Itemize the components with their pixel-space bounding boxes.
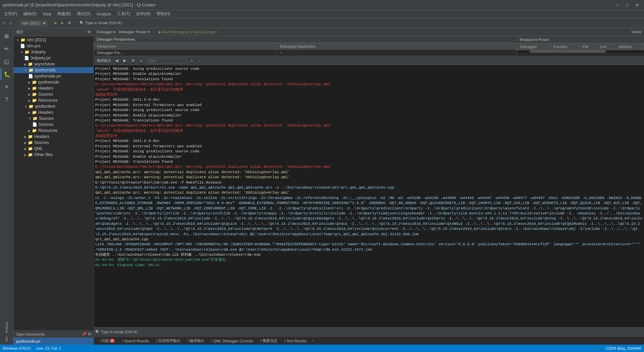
tree-item-asyncfuture[interactable]: ▶ 📁 asyncfuture — [13, 61, 94, 67]
toolbar-run[interactable]: ▶ — [53, 20, 58, 26]
sidebar-settings-icon[interactable]: ⚙ — [88, 30, 91, 34]
bp-scrollbar[interactable] — [517, 50, 644, 53]
tab-search-results[interactable]: 2Search Results — [118, 338, 152, 344]
minimize-button[interactable]: ─ — [614, 2, 621, 8]
tree-item-pyotherside[interactable]: ▼ 📁 pyotherside — [13, 67, 94, 73]
tree-item-qml[interactable]: ▶ 📁 QML — [13, 146, 94, 152]
title-controls[interactable]: ─ □ ✕ — [614, 2, 641, 8]
tree-item-sources-pyotherside[interactable]: ▶ 📁 Sources — [13, 91, 94, 97]
compiler-message: qrc_qml_qml_qmlcache.cpp — [95, 237, 643, 242]
release-label: Release — [1, 320, 13, 334]
tree-label-asyncfuture: asyncfuture — [34, 62, 55, 66]
perspective-row[interactable]: Debugger Pre... ~ — [94, 50, 517, 56]
toolbar-forward[interactable]: ▷ — [8, 20, 13, 26]
tree-item-other[interactable]: ▶ 📁 Other files — [13, 152, 94, 158]
tree-item-headers-pyotherside[interactable]: ▶ 📁 Headers — [13, 85, 94, 91]
folder-icon-other: 📁 — [28, 152, 33, 157]
tree-item-sources-top[interactable]: ▶ 📁 Sources — [13, 140, 94, 146]
tree-label-headers-top: Headers — [34, 134, 49, 139]
tab-qml-debugger[interactable]: 5QML Debugger Console — [208, 338, 257, 344]
edit-icon[interactable]: ✏ — [1, 43, 13, 55]
compiler-next-btn[interactable]: ▶ — [122, 58, 127, 63]
menu-help[interactable]: 帮助(H) — [154, 10, 173, 17]
title-bar: pyotherside.pri (E:/jtxiao/WorkSpace/rdm… — [0, 0, 644, 10]
open-doc-label: pyotherside.pri — [16, 339, 40, 343]
start-debugging-button[interactable]: ▶ Start debugging of startup project — [159, 30, 217, 34]
compiler-output-panel: 编译输出 ◀ ▶ ⚙ ≡ + − Project MESSAGE: Using … — [94, 56, 644, 327]
toolbar-locate[interactable]: 🔍 Type to locate (Ctrl+K) — [78, 20, 123, 26]
bp-col-address: Address — [615, 44, 644, 50]
menu-edit[interactable]: 编辑(E) — [20, 10, 39, 17]
design-icon[interactable]: ◱ — [1, 55, 13, 67]
compiler-prev-btn[interactable]: ◀ — [114, 58, 119, 63]
tree-item-pyotherside-sub[interactable]: ▶ 📁 pyotherside — [13, 79, 94, 85]
expand-icon-sources-qredisclient: ▼ — [28, 117, 32, 120]
menu-view[interactable]: View — [40, 11, 54, 17]
status-left: Windows (CRLF) Line: 23, Col: 1 — [3, 346, 61, 350]
file-icon-sources-sub: 📄 — [32, 122, 37, 127]
tab-overview[interactable]: 6概要信息 — [257, 338, 281, 344]
maximize-button[interactable]: □ — [624, 2, 631, 8]
tree-label-sources-sub: Sources — [39, 122, 53, 127]
compiler-message: Project MESSAGE: Using qredisclient sour… — [95, 66, 643, 71]
tree-item-resources-pyotherside[interactable]: ▶ 📁 Resources — [13, 97, 94, 103]
views-button[interactable]: Views — [632, 30, 641, 34]
tree-item-3rdpartypri[interactable]: 📄 3rdparty.pri — [13, 55, 94, 61]
more-tabs-btn[interactable]: ▾ — [310, 339, 316, 343]
compiler-message: Project MESSAGE: 2021.0.0-dev — [95, 97, 643, 102]
tab-compiler-output[interactable]: 4编译输出 — [184, 338, 208, 344]
debug-icon[interactable]: 🐛 — [1, 68, 13, 80]
folder-icon-pyotherside-sub: 📁 — [32, 80, 37, 85]
tab-app-output[interactable]: 3应用程序输出 — [152, 338, 184, 344]
menu-file[interactable]: 文件(F) — [1, 10, 20, 17]
tab-test-results[interactable]: 8Test Results — [281, 338, 310, 344]
tree-item-qredisclient[interactable]: ▼ 📁 qredisclient — [13, 103, 94, 109]
compiler-remove-btn[interactable]: − — [197, 58, 202, 63]
tree-item-sources-qredisclient[interactable]: ▼ 📁 Sources — [13, 115, 94, 121]
tree-item-rdm[interactable]: ▼ 📁 rdm [2021] — [13, 37, 94, 43]
tree-item-3rdparty[interactable]: ▼ 📁 3rdparty — [13, 49, 94, 55]
welcome-icon[interactable]: ⊞ — [1, 30, 13, 42]
help-icon[interactable]: ? — [1, 94, 13, 106]
toolbar-build[interactable]: ⚙ — [66, 20, 72, 26]
menu-debug[interactable]: 调试(D) — [74, 10, 93, 17]
expand-icon-pyotherside-sub: ▶ — [28, 81, 31, 84]
bottom-locate[interactable]: 🔍 Type to locate (Ctrl+K) — [95, 330, 138, 334]
close-button[interactable]: ✕ — [633, 2, 641, 8]
toolbar-back[interactable]: ◁ — [1, 20, 7, 26]
compiler-more-btn[interactable]: ≡ — [139, 58, 144, 63]
open-docs-controls: 📌 ⊟ — [82, 332, 91, 336]
compiler-message: 在创建库 ..\bin\windows\release\rdm.lib 和对象 … — [95, 252, 643, 257]
tree-item-resources-qredisclient[interactable]: ▶ 📁 Resources — [13, 128, 94, 134]
tab-problems[interactable]: 1问题2 — [95, 338, 118, 344]
compiler-message: 01:44:54: 进程"E:\Qt\Tools\QtCreator\bin\j… — [95, 257, 643, 262]
debugger-dropdown[interactable]: Debugger ▾ — [97, 30, 116, 34]
debugger-preset-dropdown[interactable]: Debugger Preset ▾ — [118, 30, 149, 34]
tree-item-pyothersidepri[interactable]: 📄 pyotherside.pri — [13, 73, 94, 79]
folder-icon-sources-pyotherside: 📁 — [32, 92, 37, 97]
compiler-filter-input[interactable] — [146, 58, 186, 63]
menu-tools[interactable]: 工具(T) — [114, 10, 133, 17]
menu-build[interactable]: 构建(B) — [55, 10, 73, 17]
open-doc-pyothersidepri[interactable]: pyotherside.pri — [13, 338, 94, 345]
project-selector[interactable]: rdm (2021) — [19, 20, 47, 26]
compiler-message: 或批处理文件。 — [95, 92, 643, 97]
compiler-add-btn[interactable]: + — [189, 58, 194, 63]
compiler-settings-btn[interactable]: ⚙ — [130, 58, 136, 63]
projects-icon[interactable]: ≡ — [1, 81, 13, 93]
breakpoint-header: Breakpoint Preset — [517, 36, 644, 43]
tree-item-sources-sub[interactable]: 📄 Sources — [13, 121, 94, 128]
tree-item-headers-top[interactable]: ▶ 📁 Headers — [13, 134, 94, 140]
menu-controls[interactable]: 控件(W) — [133, 10, 153, 17]
menu-analyze[interactable]: Analyze — [94, 11, 114, 17]
compiler-message: E:/jtxiao/WorkSpace/rdm/src/qml/qml.qrc:… — [95, 123, 643, 128]
bp-col-line: Line — [597, 44, 615, 50]
expand-icon-rdm: ▼ — [16, 38, 19, 42]
pin-icon[interactable]: 📌 — [82, 332, 87, 336]
compiler-message: Project MESSAGE: Translations found — [95, 77, 643, 82]
tree-item-rdmpro[interactable]: 📄 rdm.pro — [13, 43, 94, 49]
tree-item-headers-qredisclient[interactable]: ▶ 📁 Headers — [13, 109, 94, 115]
split-icon[interactable]: ⊟ — [88, 332, 91, 336]
folder-icon-3rdparty: 📁 — [24, 50, 30, 54]
toolbar-debug-run[interactable]: ▶ — [60, 20, 65, 26]
